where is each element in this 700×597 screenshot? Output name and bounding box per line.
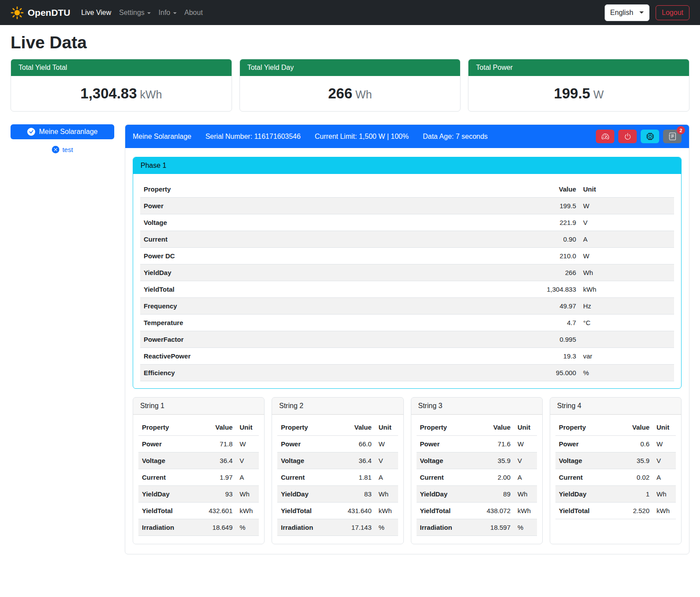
table-row: YieldTotal431.640kWh <box>277 503 398 519</box>
check-circle-icon <box>27 128 35 136</box>
table-header-row: Property Value Unit <box>555 419 676 436</box>
table-row: Current2.00A <box>417 469 537 486</box>
row-unit: A <box>236 469 259 486</box>
col-value: Value <box>531 181 580 198</box>
row-unit: % <box>236 519 259 536</box>
table-row: Current0.02A <box>555 469 676 486</box>
limit-settings-button[interactable] <box>596 130 614 143</box>
power-toggle-button[interactable] <box>618 130 637 143</box>
row-property: Voltage <box>417 452 480 469</box>
table-row: Voltage35.9V <box>417 452 537 469</box>
table-row: YieldTotal2.520kWh <box>555 503 676 519</box>
row-unit: kWh <box>653 503 676 519</box>
row-property: Voltage <box>138 452 202 469</box>
navbar: OpenDTU Live View Settings Info About En… <box>0 0 700 25</box>
card-body: 266Wh <box>240 76 461 111</box>
row-value: 36.4 <box>341 452 375 469</box>
row-unit: W <box>514 436 537 452</box>
string-table: Property Value Unit Power71.8WVoltage36.… <box>138 419 259 536</box>
language-select-value: English <box>610 9 633 17</box>
device-info-button[interactable] <box>641 130 659 143</box>
row-property: Current <box>417 469 480 486</box>
inverter-test-button[interactable]: test <box>11 146 114 153</box>
row-property: Power <box>138 436 202 452</box>
row-unit: V <box>653 452 676 469</box>
row-unit: A <box>580 231 674 248</box>
string-card-3: String 3 Property Value Unit <box>411 397 543 544</box>
row-property: Efficiency <box>140 365 531 381</box>
row-value: 83 <box>341 486 375 503</box>
row-unit: V <box>580 214 674 231</box>
row-unit: Wh <box>236 486 259 503</box>
table-row: YieldDay89Wh <box>417 486 537 503</box>
nav-dropdown-info[interactable]: Info <box>155 5 181 20</box>
total-power-value: 199.5 <box>554 85 591 101</box>
row-property: ReactivePower <box>140 348 531 365</box>
power-icon <box>624 133 631 140</box>
row-property: Voltage <box>277 452 341 469</box>
row-value: 1,304.833 <box>531 281 580 298</box>
row-value: 1.97 <box>202 469 236 486</box>
col-value: Value <box>341 419 375 436</box>
table-row: Current1.97A <box>138 469 259 486</box>
language-select[interactable]: English <box>605 4 649 21</box>
row-value: 1.81 <box>341 469 375 486</box>
row-unit: Wh <box>580 264 674 281</box>
table-row: PowerFactor0.995 <box>140 331 674 348</box>
nav-dropdown-settings[interactable]: Settings <box>115 5 155 20</box>
row-value: 0.90 <box>531 231 580 248</box>
table-row: Voltage35.9V <box>555 452 676 469</box>
table-row: Temperature4.7°C <box>140 315 674 331</box>
total-yield-day-unit: Wh <box>355 88 372 101</box>
nav-link-live-view[interactable]: Live View <box>77 5 115 20</box>
nav-link-about[interactable]: About <box>181 5 207 20</box>
string-table: Property Value Unit Power0.6WVoltage35.9… <box>555 419 676 519</box>
row-unit: % <box>375 519 398 536</box>
card-body: 199.5W <box>468 76 689 111</box>
string-table: Property Value Unit Power71.6WVoltage35.… <box>417 419 537 536</box>
row-value: 2.00 <box>480 469 514 486</box>
inverter-panel: Meine Solaranlage Serial Number: 1161716… <box>125 124 689 554</box>
logout-button[interactable]: Logout <box>656 5 689 20</box>
col-value: Value <box>480 419 514 436</box>
card-header: Total Yield Total <box>11 59 232 76</box>
row-value: 89 <box>480 486 514 503</box>
table-row: YieldDay1Wh <box>555 486 676 503</box>
row-value: 36.4 <box>202 452 236 469</box>
inverter-select-label: Meine Solaranlage <box>39 128 98 136</box>
inverter-limit: Current Limit: 1,500 W | 100% <box>315 133 409 141</box>
inverter-select-button[interactable]: Meine Solaranlage <box>11 124 114 139</box>
col-property: Property <box>140 181 531 198</box>
row-value: 93 <box>202 486 236 503</box>
x-circle-icon <box>52 146 59 153</box>
event-log-button[interactable]: 2 <box>663 130 682 143</box>
row-value: 210.0 <box>531 248 580 264</box>
nav-dropdown-info-label: Info <box>159 9 170 17</box>
row-value: 0.6 <box>619 436 653 452</box>
string-body: Property Value Unit Power71.8WVoltage36.… <box>133 415 264 544</box>
table-row: Voltage36.4V <box>138 452 259 469</box>
row-property: Power <box>140 198 531 214</box>
row-value: 438.072 <box>480 503 514 519</box>
table-row: Voltage36.4V <box>277 452 398 469</box>
table-row: Power0.6W <box>555 436 676 452</box>
table-row: YieldDay93Wh <box>138 486 259 503</box>
row-unit: W <box>580 248 674 264</box>
row-unit: kWh <box>580 281 674 298</box>
row-unit: var <box>580 348 674 365</box>
brand[interactable]: OpenDTU <box>11 6 70 19</box>
row-property: Current <box>277 469 341 486</box>
table-row: Frequency49.97Hz <box>140 298 674 315</box>
col-property: Property <box>417 419 480 436</box>
col-value: Value <box>619 419 653 436</box>
table-row: Power DC210.0W <box>140 248 674 264</box>
summary-cards-row: Total Yield Total 1,304.83kWh Total Yiel… <box>11 59 689 112</box>
row-property: YieldDay <box>140 264 531 281</box>
row-unit: Wh <box>653 486 676 503</box>
row-unit: W <box>236 436 259 452</box>
row-value: 49.97 <box>531 298 580 315</box>
string-card-1: String 1 Property Value Unit <box>133 397 265 544</box>
row-unit: W <box>375 436 398 452</box>
row-property: Power <box>417 436 480 452</box>
row-value: 0.995 <box>531 331 580 348</box>
